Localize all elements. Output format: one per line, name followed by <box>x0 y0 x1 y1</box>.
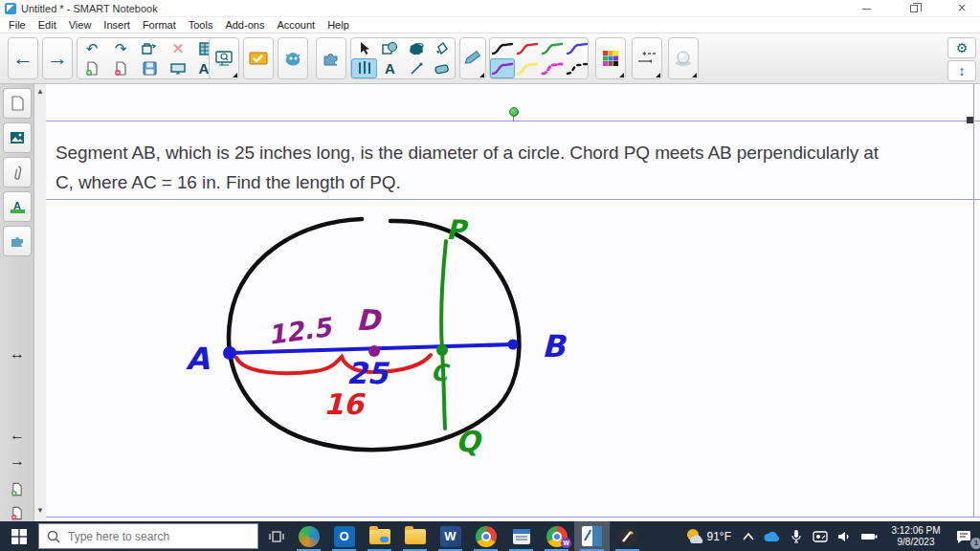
pen-dashed-black[interactable] <box>565 58 590 78</box>
menu-addons[interactable]: Add-ons <box>225 19 264 31</box>
move-updown-icon: ↕ <box>959 63 966 78</box>
taskbar-app-people-folder[interactable] <box>362 521 397 551</box>
pen-blue[interactable] <box>565 38 590 58</box>
menu-file[interactable]: File <box>9 19 26 31</box>
scroll-up-icon[interactable]: ▲ <box>34 86 46 98</box>
menu-tools[interactable]: Tools <box>189 19 213 31</box>
taskbar-app-outlook[interactable]: O <box>326 521 362 551</box>
page-sorter-tab[interactable] <box>3 88 32 119</box>
onedrive-tray-icon[interactable] <box>760 521 785 551</box>
rotate-handle[interactable] <box>509 107 519 117</box>
next-page-side-button[interactable]: → <box>0 451 34 472</box>
next-page-button[interactable]: → <box>42 37 73 79</box>
label-a: A <box>186 341 210 377</box>
pen-purple-selected[interactable] <box>490 58 515 78</box>
previous-page-side-button[interactable]: ← <box>0 425 34 446</box>
minimize-button[interactable] <box>850 0 882 16</box>
taskbar-app-edge[interactable] <box>291 521 326 551</box>
polygon-tool[interactable] <box>403 38 429 58</box>
smart-lab-button[interactable] <box>278 37 308 79</box>
menu-view[interactable]: View <box>69 19 92 31</box>
redo-button[interactable]: ↷ <box>106 38 135 58</box>
pen-red[interactable] <box>515 38 540 58</box>
delete-page-button[interactable] <box>106 58 135 78</box>
gallery-tab[interactable] <box>3 122 32 153</box>
taskbar-search[interactable] <box>38 523 258 549</box>
delete-page-icon <box>114 61 128 76</box>
menu-help[interactable]: Help <box>327 19 349 31</box>
taskbar-app-smart-notebook[interactable] <box>574 521 610 551</box>
menu-insert[interactable]: Insert <box>103 19 130 31</box>
circle-diagram[interactable]: A B D P Q C 12.5 25 16 <box>172 206 593 464</box>
restore-button[interactable] <box>898 0 930 16</box>
pen-magenta[interactable] <box>540 58 565 78</box>
meet-now-tray-icon[interactable] <box>808 521 833 551</box>
clock-widget[interactable]: 3:12:06 PM 9/8/2023 <box>886 525 946 548</box>
start-button[interactable] <box>0 521 38 551</box>
resize-handle[interactable] <box>967 117 973 123</box>
shape-effects-button[interactable] <box>668 37 699 79</box>
taskbar-app-word[interactable]: W <box>433 521 468 551</box>
point-b-dot <box>508 340 519 350</box>
fill-tool[interactable] <box>429 38 455 58</box>
scroll-down-icon[interactable]: ▼ <box>34 505 46 517</box>
pen-yellow[interactable] <box>515 58 540 78</box>
weather-widget[interactable]: 91°F <box>684 521 737 551</box>
toolbar-move-button[interactable]: ↕ <box>947 60 976 81</box>
menu-edit[interactable]: Edit <box>38 19 56 31</box>
taskbar-app-file-explorer[interactable] <box>397 521 433 551</box>
text-tool[interactable]: A <box>377 58 403 78</box>
folder-cloud-icon <box>369 529 390 544</box>
remove-page-side-button[interactable] <box>0 502 34 523</box>
dock-toggle-button[interactable]: ↔ <box>0 343 34 364</box>
add-page-side-button[interactable] <box>0 478 34 499</box>
select-tool[interactable] <box>351 38 377 58</box>
minimize-icon <box>862 9 871 10</box>
toolbar-settings-button[interactable]: ⚙ <box>947 37 976 58</box>
line-tool[interactable] <box>403 58 429 78</box>
properties-tab[interactable]: A <box>3 191 32 222</box>
open-folder-icon <box>142 42 157 55</box>
open-file-button[interactable] <box>135 38 164 58</box>
addons-button[interactable] <box>316 37 346 79</box>
screen-capture-icon <box>214 50 234 67</box>
taskbar-app-annotate[interactable] <box>610 521 645 551</box>
attachments-tab[interactable] <box>3 157 32 187</box>
taskbar-app-notes[interactable] <box>503 521 539 551</box>
pen-green[interactable] <box>540 38 565 58</box>
shapes-tool[interactable] <box>377 38 403 58</box>
previous-page-button[interactable]: ← <box>8 37 38 79</box>
save-button[interactable] <box>135 58 164 78</box>
point-c-dot <box>436 344 448 356</box>
search-input[interactable] <box>68 530 231 543</box>
notebook-page-canvas[interactable]: Segment AB, which is 25 inches long, is … <box>46 84 980 521</box>
volume-tray-icon[interactable] <box>833 521 856 551</box>
taskbar-app-chrome-profile[interactable]: W <box>539 521 574 551</box>
pen-style-button[interactable] <box>459 37 486 79</box>
save-icon <box>143 61 157 76</box>
vertical-scrollbar[interactable]: ▲ ▼ <box>34 84 46 521</box>
menu-format[interactable]: Format <box>143 19 176 31</box>
taskbar-app-chrome[interactable] <box>468 521 503 551</box>
microphone-tray-icon[interactable] <box>785 521 808 551</box>
eraser-tool[interactable] <box>429 58 455 78</box>
delete-x-icon: ✕ <box>172 40 185 57</box>
assessment-button[interactable] <box>243 37 274 79</box>
screen-shade-button[interactable] <box>164 58 192 78</box>
pens-tray-tool[interactable] <box>351 58 377 78</box>
line-style-button[interactable] <box>632 37 662 79</box>
menu-account[interactable]: Account <box>277 19 315 31</box>
close-button[interactable]: ✕ <box>946 0 978 16</box>
sidebar-addons-tab[interactable] <box>3 226 32 256</box>
tray-overflow-button[interactable] <box>737 521 760 551</box>
pen-black[interactable] <box>490 38 515 58</box>
undo-button[interactable]: ↶ <box>78 38 106 58</box>
screen-capture-button[interactable] <box>209 37 239 79</box>
microphone-icon <box>791 529 801 543</box>
task-view-button[interactable] <box>262 521 291 551</box>
color-palette-button[interactable] <box>595 37 626 79</box>
notification-center-button[interactable]: 1 <box>949 521 978 551</box>
add-page-button[interactable] <box>78 58 106 78</box>
pen-battery-tray-icon[interactable] <box>856 521 882 551</box>
delete-button[interactable]: ✕ <box>164 38 192 58</box>
